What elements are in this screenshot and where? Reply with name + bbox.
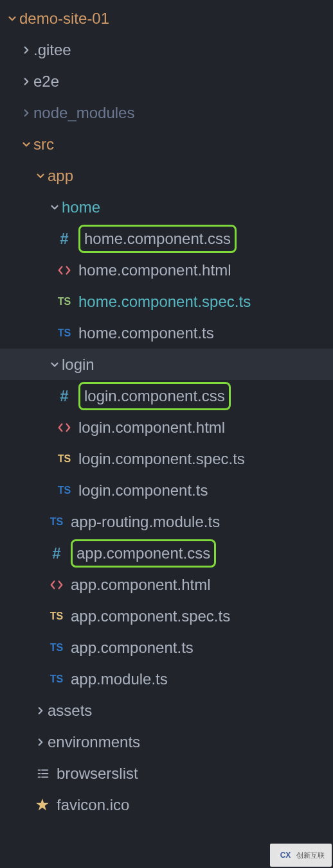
html-icon: [55, 421, 73, 435]
folder-label: e2e: [33, 73, 59, 91]
chevron-right-icon: [19, 106, 33, 120]
file-label: app.module.ts: [71, 670, 168, 688]
file-label: app.component.html: [71, 576, 210, 594]
highlight: app.component.css: [71, 539, 216, 568]
chevron-down-icon: [19, 137, 33, 152]
star-icon: ★: [33, 797, 51, 813]
file-browserslist[interactable]: browserslist: [0, 758, 333, 789]
file-app-html[interactable]: app.component.html: [0, 569, 333, 600]
ts-icon: TS: [48, 673, 66, 685]
css-icon: #: [55, 387, 73, 405]
file-label: home.component.ts: [78, 324, 214, 342]
watermark-text: 创新互联: [296, 851, 325, 860]
folder-gitee[interactable]: .gitee: [0, 34, 333, 65]
chevron-down-icon: [48, 200, 62, 214]
file-label: home.component.html: [78, 261, 231, 279]
file-label: app.component.css: [76, 544, 210, 562]
chevron-right-icon: [19, 74, 33, 89]
html-icon: [48, 578, 66, 592]
folder-label: home: [62, 198, 100, 216]
file-label: login.component.spec.ts: [78, 450, 245, 468]
file-label: app.component.spec.ts: [71, 607, 230, 625]
chevron-down-icon: [48, 358, 62, 372]
file-home-html[interactable]: home.component.html: [0, 254, 333, 286]
folder-label: .gitee: [33, 41, 71, 59]
html-icon: [55, 263, 73, 277]
folder-e2e[interactable]: e2e: [0, 65, 333, 97]
css-icon: #: [55, 230, 73, 248]
css-icon: #: [48, 544, 66, 562]
ts-icon: TS: [48, 516, 66, 528]
file-tree: demo-site-01 .gitee e2e node_modules src…: [0, 0, 333, 820]
ts-icon: TS: [55, 327, 73, 339]
file-home-css[interactable]: # home.component.css: [0, 223, 333, 254]
file-app-ts[interactable]: TS app.component.ts: [0, 632, 333, 663]
folder-app[interactable]: app: [0, 160, 333, 191]
file-label: app-routing.module.ts: [71, 513, 220, 531]
chevron-down-icon: [33, 169, 48, 183]
file-app-routing[interactable]: TS app-routing.module.ts: [0, 506, 333, 537]
file-app-spec[interactable]: TS app.component.spec.ts: [0, 600, 333, 632]
ts-icon: TS: [55, 485, 73, 496]
highlight: home.component.css: [78, 225, 237, 253]
file-label: favicon.ico: [57, 796, 129, 814]
ts-icon: TS: [55, 453, 73, 465]
file-home-spec[interactable]: TS home.component.spec.ts: [0, 286, 333, 317]
file-app-css[interactable]: # app.component.css: [0, 537, 333, 569]
file-login-css[interactable]: # login.component.css: [0, 380, 333, 412]
file-label: login.component.css: [84, 387, 225, 404]
folder-label: demo-site-01: [19, 10, 109, 28]
file-label: app.component.ts: [71, 639, 194, 657]
folder-src[interactable]: src: [0, 128, 333, 160]
file-login-spec[interactable]: TS login.component.spec.ts: [0, 443, 333, 474]
folder-label: src: [33, 135, 54, 153]
folder-label: assets: [48, 702, 92, 720]
chevron-right-icon: [19, 43, 33, 57]
folder-node-modules[interactable]: node_modules: [0, 97, 333, 128]
folder-login[interactable]: login: [0, 349, 333, 380]
file-favicon[interactable]: ★ favicon.ico: [0, 789, 333, 820]
chevron-right-icon: [33, 704, 48, 718]
folder-label: node_modules: [33, 104, 134, 122]
folder-assets[interactable]: assets: [0, 695, 333, 726]
file-label: login.component.ts: [78, 482, 208, 499]
folder-home[interactable]: home: [0, 191, 333, 223]
highlight: login.component.css: [78, 382, 231, 410]
file-home-ts[interactable]: TS home.component.ts: [0, 317, 333, 349]
chevron-down-icon: [5, 12, 19, 26]
file-app-module[interactable]: TS app.module.ts: [0, 663, 333, 695]
ts-icon: TS: [48, 611, 66, 622]
file-label: login.component.html: [78, 419, 225, 437]
file-label: browserslist: [57, 765, 138, 783]
ts-icon: TS: [48, 642, 66, 654]
watermark-logo: CX: [277, 847, 294, 864]
folder-root[interactable]: demo-site-01: [0, 3, 333, 34]
file-login-ts[interactable]: TS login.component.ts: [0, 474, 333, 506]
chevron-right-icon: [33, 735, 48, 749]
folder-environments[interactable]: environments: [0, 726, 333, 758]
file-label: home.component.css: [84, 230, 231, 247]
file-login-html[interactable]: login.component.html: [0, 412, 333, 443]
folder-label: app: [48, 167, 73, 185]
file-label: home.component.spec.ts: [78, 293, 251, 311]
list-icon: [33, 767, 51, 781]
folder-label: login: [62, 356, 94, 374]
watermark: CX 创新互联: [270, 844, 332, 867]
folder-label: environments: [48, 733, 140, 751]
ts-icon: TS: [55, 296, 73, 308]
